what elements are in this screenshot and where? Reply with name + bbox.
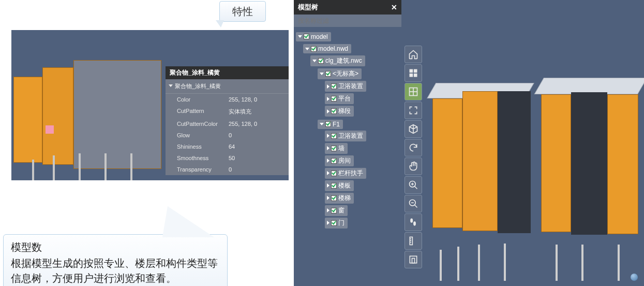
cube-icon[interactable]: [405, 120, 422, 138]
tree-node[interactable]: 卫浴装置: [325, 131, 401, 141]
checkbox[interactable]: [318, 58, 324, 64]
right-region: 模型树 ✕ model model.nwd clg_建筑.nwc <无标高> 卫…: [294, 0, 644, 286]
property-value: 255, 128, 0: [229, 121, 289, 127]
property-key: Shininess: [177, 144, 229, 150]
properties-panel-title: 聚合物_涂料_橘黄: [170, 68, 220, 77]
chevron-right-icon[interactable]: [327, 159, 330, 163]
tree-node-label: 卫浴装置: [338, 82, 363, 91]
refresh-icon[interactable]: [405, 139, 422, 156]
building-block: [42, 67, 73, 165]
chevron-down-icon[interactable]: [320, 123, 324, 125]
column: [440, 250, 442, 281]
tree-node-label: 卫浴装置: [338, 132, 363, 140]
zoom-in-icon[interactable]: [405, 176, 422, 194]
property-value: 64: [229, 144, 289, 150]
properties-rows: Color255, 128, 0 CutPattern实体填充 CutPatte…: [166, 94, 289, 175]
checkbox[interactable]: [325, 71, 331, 77]
tree-node[interactable]: model: [296, 31, 401, 41]
checkbox[interactable]: [331, 83, 337, 89]
tree-node[interactable]: 梯段: [325, 106, 401, 117]
chevron-down-icon[interactable]: [312, 60, 317, 62]
tree-node[interactable]: F1: [318, 118, 401, 129]
callout-bottom-title: 模型数: [11, 240, 220, 255]
tree-node[interactable]: 门: [325, 218, 401, 228]
viewer-toolbar: [405, 46, 423, 268]
chevron-right-icon[interactable]: [327, 221, 330, 225]
property-value: 50: [229, 155, 289, 161]
chevron-right-icon[interactable]: [327, 196, 330, 200]
property-row: Color255, 128, 0: [166, 94, 289, 105]
checkbox[interactable]: [331, 133, 337, 139]
tree-node[interactable]: <无标高>: [318, 68, 401, 79]
chevron-right-icon[interactable]: [327, 84, 330, 89]
checkbox[interactable]: [331, 96, 337, 102]
building-block: [541, 94, 571, 232]
tree-node-label: 楼板: [338, 181, 351, 190]
tree-body[interactable]: model model.nwd clg_建筑.nwc <无标高> 卫浴装置 平台…: [294, 27, 401, 286]
zoom-out-icon[interactable]: [405, 195, 422, 212]
checkbox[interactable]: [311, 46, 317, 52]
tree-node[interactable]: 栏杆扶手: [325, 168, 401, 179]
checkbox[interactable]: [325, 121, 331, 127]
checkbox[interactable]: [331, 220, 337, 226]
right-3d-viewport[interactable]: [426, 0, 644, 286]
property-value: 0: [229, 166, 289, 173]
tree-node-label: 房间: [338, 156, 351, 165]
tree-node[interactable]: 楼板: [325, 180, 401, 191]
column: [504, 244, 506, 281]
tree-node-label: F1: [333, 121, 340, 128]
left-3d-viewport[interactable]: 聚合物_涂料_橘黄 ✕ 聚合物_涂料_橘黄 Color255, 128, 0 C…: [11, 30, 289, 180]
tree-node[interactable]: 卫浴装置: [325, 81, 401, 92]
tree-node-label: clg_建筑.nwc: [325, 56, 362, 65]
checkbox[interactable]: [304, 34, 309, 39]
tree-node[interactable]: model.nwd: [303, 43, 401, 54]
home-icon[interactable]: [405, 46, 422, 63]
tree-node-label: 窗: [338, 206, 345, 215]
chevron-right-icon[interactable]: [327, 171, 330, 175]
chevron-right-icon[interactable]: [327, 97, 330, 101]
close-icon[interactable]: ✕: [391, 3, 397, 11]
checkbox[interactable]: [331, 170, 337, 176]
checkbox[interactable]: [331, 146, 337, 151]
tree-search-input[interactable]: [294, 15, 401, 27]
checkbox[interactable]: [331, 208, 337, 213]
chevron-right-icon[interactable]: [327, 183, 330, 188]
svg-point-14: [410, 219, 413, 223]
chevron-right-icon[interactable]: [327, 109, 330, 113]
chevron-right-icon[interactable]: [327, 146, 330, 150]
tree-node[interactable]: clg_建筑.nwc: [310, 55, 401, 66]
walk-icon[interactable]: [405, 213, 422, 231]
tree-node[interactable]: 房间: [325, 155, 401, 166]
svg-rect-1: [414, 69, 417, 73]
chevron-down-icon[interactable]: [298, 35, 302, 38]
ruler-icon[interactable]: [405, 232, 422, 250]
windows-icon[interactable]: [405, 64, 422, 82]
property-key: Transparency: [177, 166, 229, 173]
pan-icon[interactable]: [405, 158, 422, 175]
model-tree-title-bar[interactable]: 模型树 ✕: [294, 0, 401, 15]
chevron-down-icon[interactable]: [305, 48, 309, 50]
checkbox[interactable]: [331, 195, 337, 201]
grid-icon[interactable]: [405, 83, 422, 101]
tree-node-label: 楼梯: [338, 194, 351, 203]
chevron-right-icon[interactable]: [327, 208, 330, 212]
section-icon[interactable]: [405, 251, 422, 268]
tree-node-label: model: [311, 33, 328, 40]
properties-item-header[interactable]: 聚合物_涂料_橘黄: [166, 79, 289, 94]
checkbox[interactable]: [331, 158, 337, 164]
properties-panel: 聚合物_涂料_橘黄 ✕ 聚合物_涂料_橘黄 Color255, 128, 0 C…: [166, 66, 289, 175]
chevron-down-icon[interactable]: [320, 73, 324, 75]
property-key: CutPattern: [177, 108, 229, 116]
property-row: Shininess64: [166, 141, 289, 152]
tree-node[interactable]: 楼梯: [325, 193, 401, 204]
tree-node[interactable]: 墙: [325, 143, 401, 154]
checkbox[interactable]: [331, 183, 337, 189]
tree-node[interactable]: 窗: [325, 205, 401, 216]
properties-panel-title-bar[interactable]: 聚合物_涂料_橘黄 ✕: [166, 66, 289, 79]
fullscreen-icon[interactable]: [405, 102, 422, 119]
tree-node[interactable]: 平台: [325, 93, 401, 104]
checkbox[interactable]: [331, 108, 337, 114]
chevron-right-icon[interactable]: [327, 134, 330, 138]
property-key: Color: [177, 96, 229, 103]
property-value: 实体填充: [229, 108, 289, 116]
